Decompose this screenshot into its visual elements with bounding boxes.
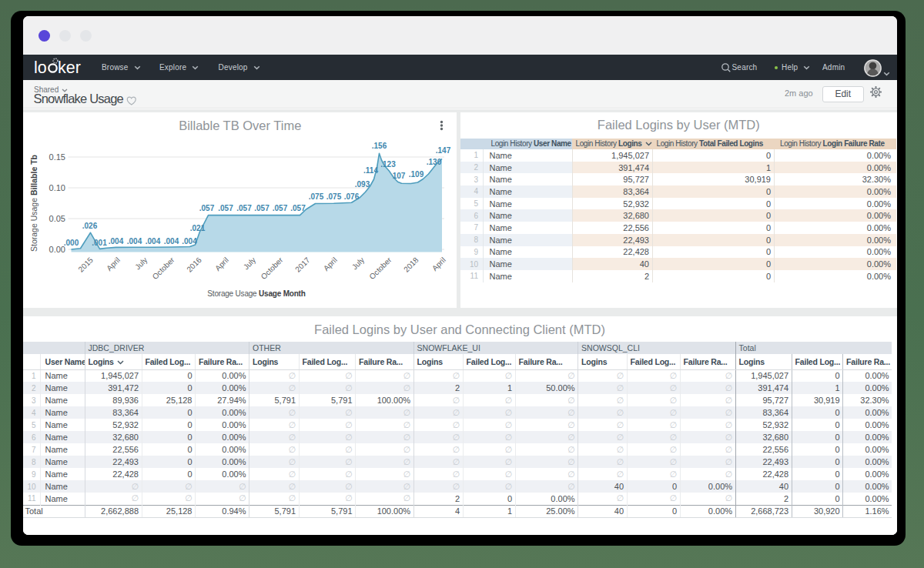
svg-text:.075: .075 bbox=[308, 192, 323, 201]
svg-text:.075: .075 bbox=[326, 192, 341, 201]
svg-text:.109: .109 bbox=[408, 170, 424, 179]
svg-text:.057: .057 bbox=[236, 204, 252, 212]
svg-text:.004: .004 bbox=[163, 237, 179, 246]
svg-text:2018: 2018 bbox=[402, 256, 420, 274]
svg-text:.130: .130 bbox=[426, 158, 441, 166]
svg-text:.114: .114 bbox=[363, 166, 378, 175]
svg-text:Storage Usage Usage Month: Storage Usage Usage Month bbox=[207, 289, 305, 298]
svg-text:.057: .057 bbox=[254, 204, 270, 212]
svg-text:Storage Usage Billable Tb: Storage Usage Billable Tb bbox=[28, 155, 38, 252]
svg-text:.123: .123 bbox=[380, 160, 396, 169]
svg-text:April: April bbox=[430, 256, 447, 272]
svg-text:April: April bbox=[105, 256, 122, 272]
svg-text:.057: .057 bbox=[218, 204, 233, 212]
svg-text:July: July bbox=[133, 256, 149, 271]
svg-text:.021: .021 bbox=[189, 224, 205, 232]
svg-text:October: October bbox=[150, 256, 176, 281]
svg-text:lo: lo bbox=[34, 58, 47, 77]
svg-text:2016: 2016 bbox=[185, 256, 203, 274]
svg-text:2015: 2015 bbox=[76, 256, 95, 274]
svg-text:.093: .093 bbox=[354, 180, 370, 189]
svg-text:.004: .004 bbox=[126, 237, 142, 246]
svg-text:.004: .004 bbox=[108, 237, 123, 246]
svg-text:ker: ker bbox=[58, 58, 81, 77]
svg-text:0.05: 0.05 bbox=[49, 214, 65, 223]
svg-text:Billable TB Over Time: Billable TB Over Time bbox=[179, 119, 301, 132]
svg-text:.026: .026 bbox=[82, 222, 97, 230]
svg-text:.147: .147 bbox=[435, 146, 450, 155]
svg-text:April: April bbox=[321, 256, 338, 272]
svg-text:July: July bbox=[350, 256, 365, 271]
svg-text:October: October bbox=[367, 256, 393, 281]
svg-text:.057: .057 bbox=[272, 204, 287, 212]
svg-text:2017: 2017 bbox=[293, 256, 312, 274]
svg-text:.076: .076 bbox=[343, 192, 359, 201]
svg-text:107: 107 bbox=[392, 172, 405, 180]
svg-text:October: October bbox=[259, 256, 284, 281]
svg-text:.000: .000 bbox=[63, 239, 79, 247]
svg-text:.001: .001 bbox=[92, 239, 107, 247]
svg-text:.057: .057 bbox=[290, 204, 306, 212]
svg-text:.004: .004 bbox=[145, 237, 160, 246]
svg-text:July: July bbox=[241, 256, 256, 271]
svg-text:.156: .156 bbox=[371, 142, 387, 150]
svg-text:April: April bbox=[213, 256, 230, 272]
svg-text:.004: .004 bbox=[182, 237, 197, 246]
svg-text:.057: .057 bbox=[199, 204, 214, 212]
svg-text:0.15: 0.15 bbox=[49, 152, 65, 162]
svg-text:0.10: 0.10 bbox=[49, 183, 65, 192]
